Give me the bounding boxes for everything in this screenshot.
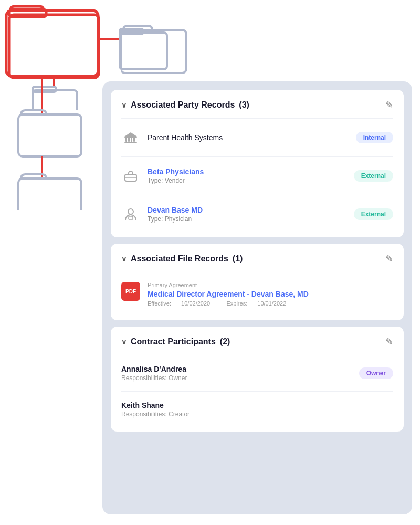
associated-party-records-label: Associated Party Records — [131, 100, 235, 110]
chevron-down-icon-3: ∨ — [121, 338, 127, 346]
pdf-icon: PDF — [121, 282, 140, 301]
keith-shane-info: Keith Shane Responsibilities: Creator — [121, 401, 393, 418]
participant-row: Annalisa D'Andrea Responsibilities: Owne… — [121, 361, 393, 386]
party-row: Beta Physicians Type: Vendor External — [121, 162, 393, 190]
annalisa-dandrea-info: Annalisa D'Andrea Responsibilities: Owne… — [121, 365, 359, 382]
effective-date: 10/02/2020 — [181, 300, 210, 307]
contract-participants-count: (2) — [220, 337, 230, 346]
bank-icon — [121, 128, 140, 147]
annalisa-dandrea-role: Responsibilities: Owner — [121, 374, 359, 382]
svg-marker-21 — [124, 132, 137, 136]
svg-rect-20 — [124, 142, 137, 143]
divider-3 — [121, 355, 393, 355]
parent-health-systems-info: Parent Health Systems — [148, 133, 349, 142]
associated-file-records-header: ∨ Associated File Records (1) ✎ — [121, 253, 393, 265]
svg-rect-10 — [18, 114, 81, 156]
svg-rect-12 — [18, 178, 81, 210]
internal-badge: Internal — [356, 132, 393, 143]
contract-participants-card: ∨ Contract Participants (2) ✎ Annalisa D… — [111, 327, 404, 432]
chevron-down-icon: ∨ — [121, 101, 127, 109]
associated-file-records-title: ∨ Associated File Records (1) — [121, 254, 243, 264]
divider — [121, 156, 393, 157]
expires-label: Expires: — [226, 300, 247, 307]
file-name-link[interactable]: Medical Director Agreement - Devan Base,… — [148, 290, 393, 298]
folder-tree-svg — [0, 0, 110, 210]
main-panel: ∨ Associated Party Records (3) ✎ — [102, 81, 412, 514]
svg-rect-8 — [6, 10, 98, 76]
file-meta: Effective: 10/02/2020 Expires: 10/01/202… — [148, 300, 393, 307]
party-row: Devan Base MD Type: Physician External — [121, 201, 393, 228]
beta-physicians-info: Beta Physicians Type: Vendor — [148, 167, 346, 184]
associated-party-records-count: (3) — [239, 100, 249, 110]
owner-badge: Owner — [359, 368, 393, 379]
svg-rect-14 — [121, 30, 186, 73]
chevron-down-icon-2: ∨ — [121, 255, 127, 263]
keith-shane-role: Responsibilities: Creator — [121, 411, 393, 418]
associated-party-records-title: ∨ Associated Party Records (3) — [121, 100, 249, 110]
annalisa-dandrea-name: Annalisa D'Andrea — [121, 365, 359, 373]
svg-point-24 — [128, 209, 133, 214]
associated-file-records-label: Associated File Records — [131, 254, 228, 264]
svg-rect-18 — [131, 138, 132, 142]
svg-rect-16 — [125, 138, 127, 142]
expires-date: 10/01/2022 — [257, 300, 286, 307]
devan-base-md-type: Type: Physician — [148, 215, 346, 223]
svg-rect-17 — [128, 138, 130, 142]
associated-party-records-card: ∨ Associated Party Records (3) ✎ — [111, 90, 404, 237]
external-badge: External — [354, 170, 393, 182]
beta-physicians-name[interactable]: Beta Physicians — [148, 167, 346, 176]
divider-4 — [121, 391, 393, 392]
svg-rect-15 — [124, 136, 137, 138]
svg-rect-25 — [129, 216, 133, 219]
participant-row-2: Keith Shane Responsibilities: Creator — [121, 397, 393, 422]
briefcase-icon — [121, 166, 140, 185]
file-info: Primary Agreement Medical Director Agree… — [148, 282, 393, 307]
divider — [121, 195, 393, 195]
devan-base-md-info: Devan Base MD Type: Physician — [148, 206, 346, 223]
edit-participants-icon[interactable]: ✎ — [385, 336, 393, 348]
divider-2 — [121, 272, 393, 272]
top-right-folder-svg — [121, 18, 189, 76]
file-category: Primary Agreement — [148, 282, 393, 288]
parent-health-systems-name: Parent Health Systems — [148, 133, 349, 142]
edit-party-records-icon[interactable]: ✎ — [385, 99, 393, 111]
party-row: Parent Health Systems Internal — [121, 124, 393, 151]
associated-file-records-card: ∨ Associated File Records (1) ✎ PDF Prim… — [111, 244, 404, 320]
devan-base-md-name[interactable]: Devan Base MD — [148, 206, 346, 214]
contract-participants-label: Contract Participants — [131, 337, 216, 346]
effective-label: Effective: — [148, 300, 171, 307]
external-badge-2: External — [354, 208, 393, 220]
svg-rect-19 — [133, 138, 135, 142]
keith-shane-name: Keith Shane — [121, 401, 393, 410]
person-icon — [121, 205, 140, 224]
edit-file-records-icon[interactable]: ✎ — [385, 253, 393, 265]
file-row: PDF Primary Agreement Medical Director A… — [121, 278, 393, 311]
divider — [121, 118, 393, 119]
contract-participants-title: ∨ Contract Participants (2) — [121, 337, 230, 346]
associated-file-records-count: (1) — [233, 254, 243, 264]
contract-participants-header: ∨ Contract Participants (2) ✎ — [121, 336, 393, 348]
beta-physicians-type: Type: Vendor — [148, 177, 346, 184]
associated-party-records-header: ∨ Associated Party Records (3) ✎ — [121, 99, 393, 111]
